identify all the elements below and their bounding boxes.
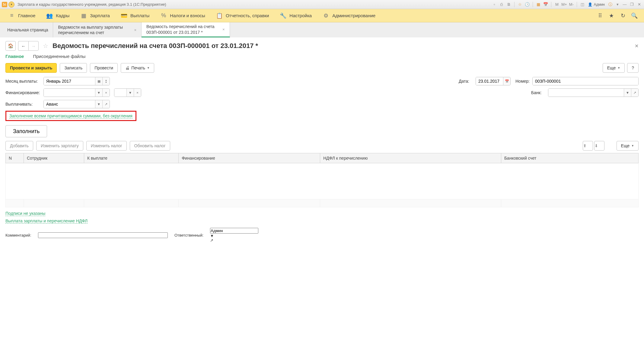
nav-staff[interactable]: 👥Кадры xyxy=(41,9,75,22)
col-employee[interactable]: Сотрудник xyxy=(24,153,84,163)
tab-close-icon[interactable]: × xyxy=(222,27,225,32)
nav-taxes[interactable]: %Налоги и взносы xyxy=(155,9,211,22)
open-icon[interactable]: ↗ xyxy=(210,238,258,243)
pay-input[interactable]: ▼ ↗ xyxy=(43,100,110,108)
help-button[interactable]: ? xyxy=(627,63,639,73)
spinner-icon[interactable]: ▲▼ xyxy=(102,77,110,85)
nav-payments[interactable]: 💳Выплаты xyxy=(115,9,155,22)
history-icon[interactable]: 🕓 xyxy=(524,2,530,8)
nav-admin[interactable]: ⚙Администрирование xyxy=(317,9,381,22)
memory-m[interactable]: М xyxy=(554,2,560,8)
dropdown-icon[interactable]: ▼ xyxy=(624,89,631,97)
star-icon[interactable]: ★ xyxy=(608,12,615,19)
history-nav-icon[interactable]: ↻ xyxy=(619,12,626,19)
col-ndfl[interactable]: НДФЛ к перечислению xyxy=(320,153,501,163)
responsible-input[interactable]: ▼ ↗ xyxy=(210,228,258,243)
panels-icon[interactable]: ◫ xyxy=(579,2,585,8)
calendar-picker-icon[interactable]: 📅 xyxy=(503,77,510,85)
post-button[interactable]: Провести xyxy=(90,63,118,73)
comment-label: Комментарий: xyxy=(5,233,36,237)
comment-field[interactable] xyxy=(38,232,168,238)
search-icon[interactable]: 🔍 xyxy=(631,12,638,19)
dropdown-icon[interactable]: ▼ xyxy=(210,234,258,238)
menu-icon: ≡ xyxy=(8,12,15,19)
save-button[interactable]: Записать xyxy=(60,63,87,73)
tb-print-icon[interactable]: ⎙ xyxy=(499,2,505,8)
dropdown-icon[interactable]: ▼ xyxy=(126,89,134,97)
back-button[interactable]: ← xyxy=(18,41,28,51)
calendar-icon[interactable]: 📅 xyxy=(543,2,549,8)
picker-icon[interactable]: ▦ xyxy=(95,77,102,85)
memory-mminus[interactable]: М- xyxy=(568,2,574,8)
print-button[interactable]: 🖨Печать▼ xyxy=(121,63,154,73)
tab-payroll-lists[interactable]: Ведомости на выплату зарплаты перечислен… xyxy=(53,22,142,37)
update-tax-button[interactable]: Обновить налог xyxy=(130,141,170,151)
date-input[interactable]: 📅 xyxy=(476,77,511,85)
responsible-field[interactable] xyxy=(210,228,258,234)
nav-settings[interactable]: 🔧Настройка xyxy=(274,9,317,22)
dropdown-icon[interactable]: ▾ xyxy=(614,2,620,8)
nav-main[interactable]: ≡Главное xyxy=(3,9,41,22)
month-field[interactable] xyxy=(44,77,95,85)
month-label: Месяц выплаты: xyxy=(5,79,42,84)
dropdown-icon[interactable]: ▼ xyxy=(95,89,102,97)
clear-icon[interactable]: × xyxy=(134,89,141,97)
ndfl-link[interactable]: Выплата зарплаты и перечисление НДФЛ xyxy=(5,218,88,224)
finance-field[interactable] xyxy=(44,89,95,97)
subnav-files[interactable]: Присоединенные файлы xyxy=(33,54,85,59)
tab-close-icon[interactable]: × xyxy=(134,28,136,32)
open-icon[interactable]: ↗ xyxy=(631,89,638,97)
nav-salary[interactable]: ▦Зарплата xyxy=(75,9,115,22)
close-icon[interactable]: ✕ xyxy=(636,2,642,8)
clear-icon[interactable]: × xyxy=(102,89,110,97)
col-finance[interactable]: Финансирование xyxy=(179,153,320,163)
favorite-icon[interactable]: ☆ xyxy=(43,42,48,49)
signatures-link[interactable]: Подписи не указаны xyxy=(5,211,45,216)
col-n[interactable]: N xyxy=(6,153,24,163)
col-topay[interactable]: К выплате xyxy=(84,153,179,163)
change-salary-button[interactable]: Изменить зарплату xyxy=(36,141,83,151)
move-down-button[interactable]: ⬇ xyxy=(594,141,604,151)
add-button[interactable]: Добавить xyxy=(5,141,33,151)
favorite-star-icon[interactable]: ☆ xyxy=(517,2,523,8)
tab-home[interactable]: Начальная страница xyxy=(2,22,53,37)
finance2-input[interactable]: ▼ × xyxy=(114,88,141,97)
app-dropdown-icon[interactable]: ▾ xyxy=(8,2,14,8)
tb-doc-icon[interactable]: 🗎 xyxy=(506,2,512,8)
bank-field[interactable] xyxy=(548,89,624,97)
col-bank[interactable]: Банковский счет xyxy=(501,153,638,163)
month-input[interactable]: ▦ ▲▼ xyxy=(43,77,110,85)
finance-input[interactable]: ▼ × xyxy=(43,88,110,97)
change-tax-button[interactable]: Изменить налог xyxy=(86,141,127,151)
memory-mplus[interactable]: М+ xyxy=(561,2,567,8)
subnav-main[interactable]: Главное xyxy=(5,54,24,59)
minimize-icon[interactable]: — xyxy=(622,2,628,8)
info-icon[interactable]: ⓘ xyxy=(607,2,613,8)
bank-input[interactable]: ▼ ↗ xyxy=(548,88,639,97)
pay-field[interactable] xyxy=(44,100,95,108)
nav-reports[interactable]: 📋Отчетность, справки xyxy=(211,9,274,22)
forward-button[interactable]: → xyxy=(28,41,39,51)
calc-icon[interactable]: ▦ xyxy=(535,2,541,8)
finance2-field[interactable] xyxy=(114,89,126,97)
more-button[interactable]: Еще▼ xyxy=(603,63,625,73)
number-input[interactable] xyxy=(532,77,639,85)
tab-label: Начальная страница xyxy=(7,27,48,32)
post-and-close-button[interactable]: Провести и закрыть xyxy=(5,63,57,73)
dropdown-icon[interactable]: ▼ xyxy=(95,100,102,108)
maximize-icon[interactable]: ❐ xyxy=(629,2,635,8)
comment-input[interactable] xyxy=(38,232,168,238)
page-close-icon[interactable]: ✕ xyxy=(635,43,639,49)
date-field[interactable] xyxy=(476,77,503,85)
fill-button[interactable]: Заполнить xyxy=(5,125,47,137)
tb-action-icon[interactable]: ▫ xyxy=(491,2,497,8)
open-icon[interactable]: ↗ xyxy=(102,100,110,108)
apps-grid-icon[interactable]: ⠿ xyxy=(596,12,604,19)
tab-payroll-doc[interactable]: Ведомость перечислений на счета 00ЗП-000… xyxy=(142,22,230,37)
user-badge[interactable]: 👤 Админ xyxy=(587,2,606,7)
home-button[interactable]: 🏠 xyxy=(5,41,16,51)
number-field[interactable] xyxy=(533,77,638,85)
table-more-button[interactable]: Еще▼ xyxy=(617,141,639,151)
fill-mode-link[interactable]: Заполнение всеми причитающимися суммами,… xyxy=(9,113,132,119)
move-up-button[interactable]: ⬆ xyxy=(583,141,593,151)
